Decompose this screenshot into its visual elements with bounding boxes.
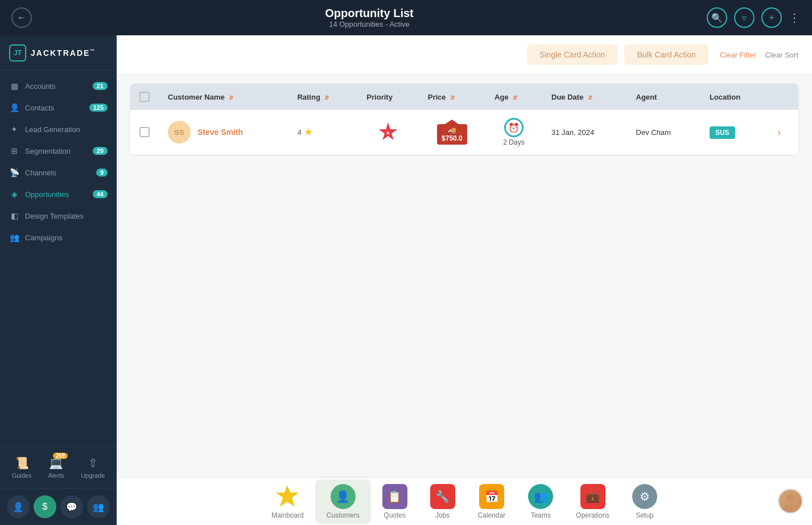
th-price: Price ⇵ xyxy=(419,84,485,110)
nav-operations[interactable]: 💼 Operations xyxy=(564,479,621,524)
nav-calendar[interactable]: 📅 Calendar xyxy=(467,479,517,524)
single-card-action-button[interactable]: Single Card Action xyxy=(527,44,617,65)
add-icon: + xyxy=(769,13,774,23)
sort-age-icon[interactable]: ⇵ xyxy=(513,95,517,101)
clear-sort-link[interactable]: Clear Sort xyxy=(765,51,798,59)
table-row[interactable]: SS Steve Smith 4 ★ xyxy=(130,110,798,155)
guides-label: Guides xyxy=(12,472,32,479)
nav-mainboard[interactable]: Mainboard xyxy=(260,479,315,524)
priority-group: N xyxy=(366,122,409,142)
lead-gen-icon: ✦ xyxy=(9,125,19,134)
main-wrapper: JT JACKTRADE™ ▦ Accounts 21 👤 Contacts 1… xyxy=(0,35,812,525)
guides-icon: 📜 xyxy=(15,456,29,470)
sort-due-date-icon[interactable]: ⇵ xyxy=(588,95,592,101)
top-header: ← Opportunity List 14 Opportunities - Ac… xyxy=(0,0,812,35)
bottom-nav: Mainboard 👤 Customers 📋 Quotes 🔧 Jobs 📅 xyxy=(117,477,812,525)
sidebar-item-accounts[interactable]: ▦ Accounts 21 xyxy=(0,75,117,97)
header-checkbox[interactable] xyxy=(139,92,150,102)
nav-customers[interactable]: 👤 Customers xyxy=(315,479,371,524)
customers-nav-icon: 👤 xyxy=(331,484,356,509)
bulk-card-action-button[interactable]: Bulk Card Action xyxy=(624,44,708,65)
star-icon: ★ xyxy=(304,126,313,138)
chat-icon-button[interactable]: 💬 xyxy=(60,495,83,518)
sidebar-item-campaigns[interactable]: 👥 Campaigns xyxy=(0,227,117,248)
sidebar-label-contacts: Contacts xyxy=(25,104,54,112)
sidebar-bottom: 📜 Guides 💻 269 Alerts ⇧ Upgrade xyxy=(0,446,117,488)
opportunities-icon: ◈ xyxy=(9,190,19,199)
page-subtitle: 14 Opportunities - Active xyxy=(325,20,414,28)
person-icon-button[interactable]: 👤 xyxy=(7,495,30,518)
user-avatar[interactable] xyxy=(778,489,803,514)
operations-label: Operations xyxy=(576,511,609,519)
header-left: ← xyxy=(11,7,32,28)
upgrade-icon: ⇧ xyxy=(88,456,98,470)
sidebar-item-design-templates[interactable]: ◧ Design Templates xyxy=(0,205,117,227)
sidebar-item-opportunities[interactable]: ◈ Opportunities 44 xyxy=(0,183,117,205)
contacts-icon: 👤 xyxy=(9,103,19,112)
segmentation-icon: ⊞ xyxy=(9,146,19,155)
group-icon-button[interactable]: 👥 xyxy=(87,495,110,518)
row-checkbox[interactable] xyxy=(139,127,150,137)
header-center: Opportunity List 14 Opportunities - Acti… xyxy=(325,7,414,28)
sidebar-item-contacts[interactable]: 👤 Contacts 125 xyxy=(0,97,117,118)
sidebar-label-segmentation: Segmentation xyxy=(25,147,71,155)
rating-group: 4 ★ xyxy=(297,126,348,138)
row-rating-cell: 4 ★ xyxy=(288,110,357,155)
price-badge: 🚚 $750.0 xyxy=(437,124,467,145)
nav-jobs[interactable]: 🔧 Jobs xyxy=(419,479,467,524)
nav-setup[interactable]: ⚙ Setup xyxy=(621,479,669,524)
sidebar-item-channels[interactable]: 📡 Channels 9 xyxy=(0,162,117,183)
row-agent-cell: Dev Cham xyxy=(627,110,700,155)
age-group: ⏰ 2 Days xyxy=(494,118,533,146)
nav-teams[interactable]: 👥 Teams xyxy=(517,479,564,524)
channels-icon: 📡 xyxy=(9,168,19,177)
mainboard-nav-icon xyxy=(275,484,300,509)
guides-button[interactable]: 📜 Guides xyxy=(7,454,36,481)
row-priority-cell: N xyxy=(357,110,418,155)
sidebar-label-campaigns: Campaigns xyxy=(25,233,63,242)
th-actions xyxy=(768,84,798,110)
sidebar-item-segmentation[interactable]: ⊞ Segmentation 29 xyxy=(0,140,117,162)
mainboard-star-icon xyxy=(275,484,300,509)
row-price-cell: 🚚 $750.0 xyxy=(419,110,485,155)
search-button[interactable]: 🔍 xyxy=(707,7,727,28)
table-header: Customer Name ⇵ Rating ⇵ Priority Price … xyxy=(130,84,798,110)
back-button[interactable]: ← xyxy=(11,7,32,28)
th-age: Age ⇵ xyxy=(485,84,542,110)
segmentation-badge: 29 xyxy=(93,147,108,155)
header-right: 🔍 ▿ + ⋮ xyxy=(707,7,801,28)
jobs-label: Jobs xyxy=(435,511,450,519)
page-title: Opportunity List xyxy=(325,7,414,20)
priority-badge-wrap: N xyxy=(378,122,398,142)
logo-text: JACKTRADE™ xyxy=(31,48,96,58)
sidebar-label-accounts: Accounts xyxy=(25,82,55,91)
sort-rating-icon[interactable]: ⇵ xyxy=(324,95,329,101)
th-customer-name: Customer Name ⇵ xyxy=(159,84,288,110)
dollar-icon-button[interactable]: $ xyxy=(34,495,56,518)
row-customer-name-cell: SS Steve Smith xyxy=(159,110,288,155)
age-text: 2 Days xyxy=(503,138,524,146)
alerts-button[interactable]: 💻 269 Alerts xyxy=(44,454,69,481)
mainboard-label: Mainboard xyxy=(271,511,304,519)
table-body: SS Steve Smith 4 ★ xyxy=(130,110,798,155)
row-chevron-cell: › xyxy=(768,110,798,155)
upgrade-button[interactable]: ⇧ Upgrade xyxy=(76,454,109,481)
filter-button[interactable]: ▿ xyxy=(734,7,755,28)
more-options-button[interactable]: ⋮ xyxy=(789,11,801,24)
customer-name[interactable]: Steve Smith xyxy=(197,128,243,137)
sidebar-item-lead-generation[interactable]: ✦ Lead Generation xyxy=(0,118,117,140)
nav-quotes[interactable]: 📋 Quotes xyxy=(371,479,419,524)
clear-filter-link[interactable]: Clear Filter xyxy=(720,51,756,59)
price-arrow-top xyxy=(445,120,459,124)
channels-badge: 9 xyxy=(96,169,108,177)
row-chevron-icon[interactable]: › xyxy=(777,126,781,138)
table-container: Customer Name ⇵ Rating ⇵ Priority Price … xyxy=(117,75,812,477)
rating-number: 4 xyxy=(297,128,301,137)
add-button[interactable]: + xyxy=(761,7,782,28)
alerts-icon: 💻 269 xyxy=(49,456,63,470)
priority-star-shape: N xyxy=(378,122,398,142)
sort-price-icon[interactable]: ⇵ xyxy=(450,95,455,101)
logo-tm: ™ xyxy=(90,48,96,54)
sort-customer-icon[interactable]: ⇵ xyxy=(229,95,233,101)
svg-text:N: N xyxy=(386,130,389,136)
